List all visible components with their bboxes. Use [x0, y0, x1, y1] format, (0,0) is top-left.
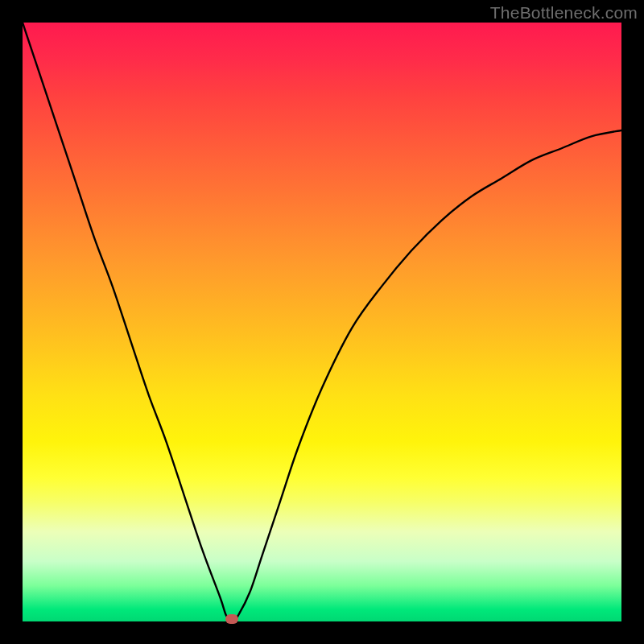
watermark-text: TheBottleneck.com	[490, 3, 638, 23]
chart-plot-area	[23, 23, 621, 621]
optimal-point-marker	[225, 614, 238, 624]
